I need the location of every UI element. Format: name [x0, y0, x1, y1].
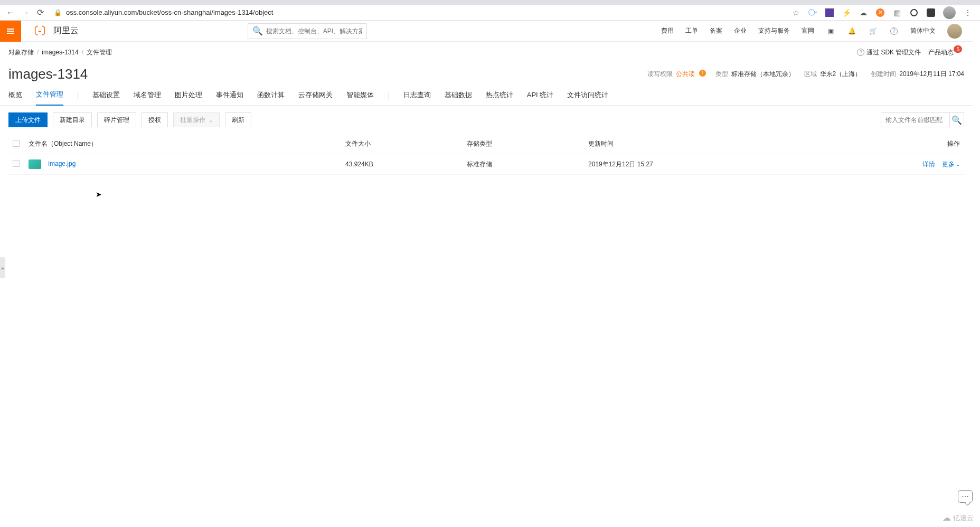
- nav-ticket[interactable]: 工单: [685, 26, 698, 35]
- nav-beian[interactable]: 备案: [710, 26, 722, 35]
- extension-icon[interactable]: ⧃: [808, 8, 817, 17]
- file-search-button[interactable]: 🔍: [949, 112, 964, 127]
- tab-gateway[interactable]: 云存储网关: [298, 84, 333, 106]
- warning-icon[interactable]: !: [699, 70, 706, 77]
- file-table: 文件名（Object Name） 文件大小 存储类型 更新时间 操作 image…: [0, 134, 973, 175]
- col-storage: 存储类型: [463, 134, 584, 154]
- tab-hotspot[interactable]: 热点统计: [486, 84, 513, 106]
- side-drawer-toggle[interactable]: ▸: [0, 257, 5, 278]
- select-all-checkbox[interactable]: [13, 140, 20, 147]
- tab-basic-settings[interactable]: 基础设置: [92, 84, 120, 106]
- meta-value: 公共读: [676, 70, 695, 79]
- extension-icon[interactable]: [926, 8, 936, 17]
- url-text: oss.console.aliyun.com/bucket/oss-cn-sha…: [66, 8, 273, 16]
- cart-icon[interactable]: 🛒: [868, 26, 878, 36]
- cell-size: 43.924KB: [341, 154, 463, 175]
- news-badge: 5: [954, 45, 962, 53]
- file-name-link[interactable]: image.jpg: [48, 160, 76, 167]
- tab-log[interactable]: 日志查询: [403, 84, 431, 106]
- tab-access[interactable]: 文件访问统计: [567, 84, 608, 106]
- nav-enterprise[interactable]: 企业: [734, 26, 747, 35]
- nav-billing[interactable]: 费用: [661, 26, 674, 35]
- col-action: 操作: [721, 134, 964, 154]
- meta-label: 类型: [715, 70, 728, 79]
- title-row: images-1314 读写权限 公共读 ! 类型 标准存储（本地冗余） 区域 …: [0, 63, 973, 84]
- more-link[interactable]: 更多⌄: [942, 161, 960, 168]
- bell-icon[interactable]: 🔔: [847, 26, 856, 36]
- tab-domain[interactable]: 域名管理: [134, 84, 161, 106]
- meta-label: 读写权限: [647, 70, 673, 79]
- tab-event[interactable]: 事件通知: [216, 84, 243, 106]
- sdk-link[interactable]: ?通过 SDK 管理文件: [857, 48, 921, 57]
- product-news-link[interactable]: 产品动态 5: [928, 48, 964, 57]
- upload-button[interactable]: 上传文件: [8, 112, 48, 127]
- announce-icon[interactable]: ▣: [826, 26, 835, 36]
- nav-official[interactable]: 官网: [802, 26, 814, 35]
- nav-support[interactable]: 支持与服务: [758, 26, 790, 35]
- browser-reload-button[interactable]: ⟳: [33, 5, 48, 20]
- browser-extensions: ☆ ⧃ ⚡ ☁︎ ✕ ▦ ⋮: [791, 6, 977, 19]
- help-icon[interactable]: ?: [889, 26, 899, 36]
- newdir-button[interactable]: 新建目录: [53, 112, 92, 127]
- extension-icon[interactable]: [909, 8, 919, 17]
- meta-value: 2019年12月11日 17:04: [899, 70, 964, 79]
- table-row: image.jpg 43.924KB 标准存储 2019年12月12日 15:2…: [8, 154, 964, 175]
- tab-function[interactable]: 函数计算: [257, 84, 285, 106]
- tab-basicdata[interactable]: 基础数据: [445, 84, 472, 106]
- browser-menu-icon[interactable]: ⋮: [963, 8, 973, 17]
- global-search[interactable]: 🔍: [248, 23, 367, 39]
- col-name: 文件名（Object Name）: [24, 134, 341, 154]
- breadcrumb: 对象存储 / images-1314 / 文件管理 ?通过 SDK 管理文件 产…: [0, 42, 973, 63]
- tab-api[interactable]: API 统计: [527, 84, 554, 106]
- logo-text: 阿里云: [53, 25, 79, 36]
- browser-tab-strip: [0, 0, 980, 5]
- refresh-button[interactable]: 刷新: [225, 112, 251, 127]
- row-checkbox[interactable]: [13, 160, 20, 167]
- watermark: ☁︎亿速云: [943, 513, 974, 523]
- lock-icon: 🔒: [54, 9, 62, 16]
- tab-image-process[interactable]: 图片处理: [175, 84, 202, 106]
- file-thumbnail-icon: [29, 159, 41, 169]
- nav-language[interactable]: 简体中文: [910, 26, 936, 35]
- logo-mark-icon: 〔-〕: [29, 24, 50, 38]
- fragment-button[interactable]: 碎片管理: [97, 112, 136, 127]
- batch-button: 批量操作⌄: [173, 112, 220, 127]
- tab-files[interactable]: 文件管理: [36, 84, 63, 106]
- logo[interactable]: 〔-〕 阿里云: [29, 24, 79, 38]
- hamburger-menu-button[interactable]: [0, 21, 21, 42]
- extension-icon[interactable]: ☁︎: [859, 8, 868, 17]
- extension-icon[interactable]: ▦: [892, 8, 902, 17]
- detail-link[interactable]: 详情: [922, 161, 935, 168]
- extension-icon[interactable]: [825, 8, 834, 17]
- col-updated: 更新时间: [584, 134, 721, 154]
- star-icon[interactable]: ☆: [791, 8, 800, 17]
- browser-forward-button[interactable]: →: [18, 5, 33, 20]
- extension-icon[interactable]: ✕: [875, 8, 885, 17]
- auth-button[interactable]: 授权: [142, 112, 168, 127]
- browser-back-button[interactable]: ←: [3, 5, 18, 20]
- col-size: 文件大小: [341, 134, 463, 154]
- browser-profile-avatar[interactable]: [943, 6, 956, 19]
- breadcrumb-item[interactable]: images-1314: [42, 49, 78, 56]
- meta-value: 标准存储（本地冗余）: [731, 70, 795, 79]
- search-icon: 🔍: [252, 26, 263, 36]
- tabs: 概览 文件管理 | 基础设置 域名管理 图片处理 事件通知 函数计算 云存储网关…: [0, 84, 973, 106]
- global-search-input[interactable]: [266, 27, 362, 35]
- browser-toolbar: ← → ⟳ 🔒 oss.console.aliyun.com/bucket/os…: [0, 5, 980, 21]
- tab-overview[interactable]: 概览: [8, 84, 22, 106]
- cell-storage: 标准存储: [463, 154, 584, 175]
- page-title: images-1314: [8, 66, 88, 82]
- toolbar: 上传文件 新建目录 碎片管理 授权 批量操作⌄ 刷新 🔍: [0, 106, 973, 134]
- console-header: 〔-〕 阿里云 🔍 费用 工单 备案 企业 支持与服务 官网 ▣ 🔔 🛒 ? 简…: [0, 21, 973, 42]
- chat-button[interactable]: ···: [958, 490, 973, 503]
- breadcrumb-item[interactable]: 对象存储: [8, 48, 34, 57]
- cell-updated: 2019年12月12日 15:27: [584, 154, 721, 175]
- extension-icon[interactable]: ⚡: [842, 8, 851, 17]
- browser-address-bar[interactable]: 🔒 oss.console.aliyun.com/bucket/oss-cn-s…: [54, 6, 759, 20]
- tab-media[interactable]: 智能媒体: [346, 84, 374, 106]
- meta-label: 创建时间: [871, 70, 896, 79]
- file-search-input[interactable]: [881, 112, 949, 127]
- user-avatar[interactable]: [947, 24, 962, 39]
- breadcrumb-item: 文件管理: [87, 48, 112, 57]
- meta-value: 华东2（上海）: [820, 70, 862, 79]
